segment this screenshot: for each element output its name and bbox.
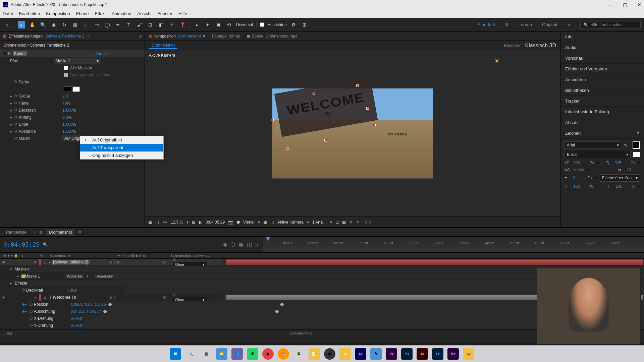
rotate-tool[interactable]: ↻ xyxy=(61,21,68,28)
lr-icon[interactable]: Lr xyxy=(432,348,443,360)
timecode[interactable]: 0:04:05:29 xyxy=(3,241,40,248)
layer-tab[interactable]: EbeneDrohnenshot.mp4 xyxy=(247,34,298,39)
panel-audio[interactable]: Audio xyxy=(560,42,644,53)
roto-tool[interactable]: ✧ xyxy=(168,21,175,28)
stroke-width[interactable]: 0 xyxy=(573,176,585,180)
tab-renderliste[interactable]: Renderliste xyxy=(3,229,29,236)
transform-handle[interactable] xyxy=(356,84,359,87)
keyframe[interactable] xyxy=(275,309,279,314)
selection-tool[interactable]: ▸ xyxy=(18,21,25,28)
ydrehung-value[interactable]: 0x+0,0° xyxy=(71,323,84,327)
keyframe[interactable] xyxy=(280,302,284,307)
popup-option-transparent[interactable]: Auf Transparent xyxy=(80,144,163,152)
layer-row-1[interactable]: ◉ ▾ 1 ▪[Schwar...bfläche 2] ⊕╲fx ⊙ ⊙ Ohn… xyxy=(0,259,644,266)
hscale[interactable]: 100 xyxy=(615,184,629,189)
close-button[interactable]: ✕ xyxy=(637,2,641,7)
app-icon[interactable]: 📝 xyxy=(309,348,320,360)
haerte-value[interactable]: 79 xyxy=(62,101,67,106)
transform-handle[interactable] xyxy=(373,124,376,126)
task-view[interactable]: ▥ xyxy=(201,348,212,360)
panel-menu-icon[interactable]: ≡ xyxy=(637,131,639,136)
canvas[interactable]: WELCOME TO MY HOME xyxy=(272,88,433,179)
effect-header[interactable]: ▾fx Kontur Zurück xyxy=(0,50,145,57)
ausrichtung-value[interactable]: 0,0°,321,0°,345,0° xyxy=(71,309,101,313)
keyframe[interactable] xyxy=(108,302,112,307)
footer-icon[interactable]: ⚛ xyxy=(349,220,353,225)
brush-tool[interactable]: 🖌 xyxy=(136,21,143,28)
view-axis-icon[interactable]: ▣ xyxy=(215,21,222,28)
eraser-tool[interactable]: ◧ xyxy=(157,21,165,28)
tl-icon[interactable]: ◫ xyxy=(247,241,252,248)
ende-value[interactable]: 100,0 xyxy=(62,122,72,127)
footer-icon[interactable]: ◫ xyxy=(155,220,159,225)
leading[interactable]: 325 xyxy=(614,161,628,165)
footer-icon[interactable]: ▦ xyxy=(342,220,346,225)
workspace-standard[interactable]: Standard xyxy=(478,22,495,27)
workspace-original[interactable]: Original xyxy=(542,22,557,27)
panel-bibliotheken[interactable]: Bibliotheken xyxy=(560,85,644,96)
hand-tool[interactable]: ✋ xyxy=(29,21,36,28)
sign-layer[interactable]: WELCOME TO xyxy=(274,77,378,137)
alle-masken-checkbox[interactable] xyxy=(64,66,68,70)
align-checkbox[interactable] xyxy=(260,22,264,27)
footer-icon[interactable]: 👓 xyxy=(162,220,167,225)
tl-icon[interactable]: ⬡ xyxy=(230,241,235,248)
minimize-button[interactable]: — xyxy=(608,2,613,7)
popup-option-anzeigen[interactable]: Originalbild anzeigen xyxy=(80,152,163,159)
footer-icon[interactable]: ◧ xyxy=(199,220,202,225)
explorer-icon[interactable]: 📁 xyxy=(339,348,351,360)
search-button[interactable]: 🔍 xyxy=(185,348,197,360)
panel-zeichen[interactable]: Zeichen xyxy=(565,131,581,136)
footer-icon[interactable]: ⊡ xyxy=(335,220,339,225)
visibility-icon[interactable]: ◉ xyxy=(2,295,6,299)
app-icon[interactable]: ✎ xyxy=(370,348,382,360)
tab-drohnenshot[interactable]: Drohnenshot xyxy=(46,229,75,236)
zoom-value[interactable]: 12,5 % xyxy=(171,220,183,225)
pr-icon[interactable]: Pr xyxy=(386,348,397,360)
menu-bearbeiten[interactable]: Bearbeiten xyxy=(19,11,40,16)
anchor-tool[interactable]: ⊹ xyxy=(82,21,90,28)
mask-mode[interactable]: Addieren xyxy=(65,274,84,278)
time-ruler[interactable]: 06:29f 07:29f 08:29f 09:29f 10:29f 11:29… xyxy=(263,237,644,252)
obs-icon[interactable]: ◉ xyxy=(324,348,335,360)
type-tool[interactable]: T xyxy=(125,21,132,28)
proportional-icon[interactable]: ⊞ xyxy=(301,21,308,28)
eyedropper-icon[interactable]: ✎ xyxy=(624,143,630,148)
tl-icon[interactable]: ▦ xyxy=(238,241,244,248)
composition-viewer[interactable]: Aktive Kamera ✷ WELCOME TO MY HOME xyxy=(145,50,560,217)
panel-vorschau[interactable]: Vorschau xyxy=(560,53,644,64)
ai-icon[interactable]: Ai xyxy=(417,348,428,360)
xdrehung-value[interactable]: 0x+0,0° xyxy=(71,316,84,320)
tl-footer-icon[interactable]: {} xyxy=(10,331,12,335)
light-icon[interactable]: ✷ xyxy=(494,57,500,65)
comp-tab[interactable]: KompositionDrohnenshot≡ xyxy=(149,34,205,39)
position-value[interactable]: 1305,3,751,8,-1873,5 xyxy=(71,302,106,306)
search-icon[interactable]: 🔍 xyxy=(43,242,48,247)
res-dropdown[interactable]: Viertel xyxy=(243,220,255,225)
ae-icon[interactable]: Ae xyxy=(355,348,366,360)
transform-handle[interactable] xyxy=(286,147,288,150)
deckkraft-value[interactable]: 100,0 xyxy=(62,108,72,113)
transform-handle[interactable] xyxy=(324,139,327,141)
help-search[interactable]: 🔍 Hilfe durchsuchen xyxy=(580,21,641,28)
panel-tracker[interactable]: Tracker xyxy=(560,96,644,107)
menu-animation[interactable]: Animation xyxy=(112,11,131,16)
snapshot-icon[interactable]: 📷 xyxy=(228,220,233,225)
orbit-tool[interactable]: ◉ xyxy=(50,21,57,28)
tl-icon[interactable]: ⊡ xyxy=(255,241,260,248)
panel-absatz[interactable]: Absatz xyxy=(560,117,644,128)
menu-komposition[interactable]: Komposition xyxy=(46,11,70,16)
color-swatch[interactable] xyxy=(72,86,80,92)
explorer-icon[interactable]: 📁 xyxy=(216,348,227,360)
exposure-value[interactable]: +0,0 xyxy=(363,220,371,225)
app-icon[interactable]: ◉ xyxy=(262,348,274,360)
teams-icon[interactable]: 👥 xyxy=(231,348,243,360)
menu-ebene[interactable]: Ebene xyxy=(76,11,89,16)
tracking[interactable]: 10 xyxy=(627,168,640,172)
panel-effekte[interactable]: Effekte und Vorgaben xyxy=(560,64,644,74)
menu-datei[interactable]: Datei xyxy=(3,11,13,16)
me-icon[interactable]: Me xyxy=(447,348,459,360)
start-button[interactable]: ⊞ xyxy=(170,348,181,360)
pfad-dropdown[interactable]: Maske 1▾ xyxy=(54,58,101,64)
deckkraft-tl-value[interactable]: 75 xyxy=(66,288,70,292)
